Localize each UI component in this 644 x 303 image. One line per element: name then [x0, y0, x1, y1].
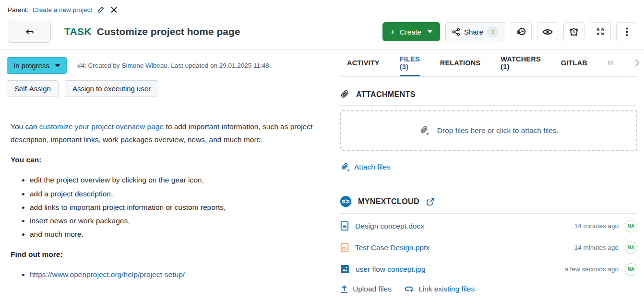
description-bullet: add a project description,: [30, 187, 316, 200]
plus-icon: +: [390, 27, 395, 36]
tab-bar: ACTIVITY FILES (3) RELATIONS WATCHERS (1…: [340, 49, 637, 77]
alarm-clock-icon: [569, 27, 579, 36]
description-bullet: and much more.: [30, 228, 316, 241]
file-link[interactable]: Test Case Design.pptx: [355, 243, 429, 252]
quick-actions-row: Self-Assign Assign to executing user: [7, 80, 316, 97]
description-bullet: insert news or work packages,: [30, 214, 316, 227]
description-section: You can customize your project overview …: [7, 120, 316, 281]
paperclip-plus-icon: [419, 125, 429, 136]
paperclip-icon: [340, 90, 349, 99]
tab-overflow-truncated[interactable]: M: [608, 49, 613, 76]
pptx-file-icon: [340, 242, 349, 253]
tabs-scroll-right-button[interactable]: [633, 49, 641, 76]
author-link[interactable]: Simone Wibeau: [121, 62, 167, 69]
file-timestamp: a few seconds ago: [564, 266, 619, 273]
assign-executing-user-button[interactable]: Assign to executing user: [65, 80, 158, 97]
description-bullet-list: edit the project overview by clicking on…: [11, 173, 316, 241]
section-divider: [340, 213, 637, 214]
attachments-heading-label: ATTACHMENTS: [356, 90, 416, 99]
attach-files-row: Attach files: [340, 162, 637, 174]
work-package-side-panel: ACTIVITY FILES (3) RELATIONS WATCHERS (1…: [328, 49, 644, 303]
meta-suffix: . Last updated on 29.01.2025 11:48.: [167, 62, 271, 69]
file-row: Test Case Design.pptx 14 minutes ago NA: [340, 237, 637, 258]
self-assign-button[interactable]: Self-Assign: [7, 80, 59, 97]
header-actions: + Create Share 1: [382, 22, 637, 41]
share-button-label: Share: [464, 28, 483, 36]
list-item: https://www.openproject.org/help/project…: [30, 268, 316, 281]
parent-breadcrumb: Parent: Create a new project: [8, 5, 119, 14]
storage-heading: MYNEXTCLOUD: [340, 196, 637, 207]
attach-files-label: Attach files: [354, 163, 391, 171]
tab-watchers[interactable]: WATCHERS (1): [501, 49, 541, 76]
file-row: user flow concept.jpg a few seconds ago …: [340, 258, 637, 280]
create-button[interactable]: + Create: [382, 22, 440, 41]
share-count-badge: 1: [487, 26, 499, 37]
storage-file-list: Design concept.docx 14 minutes ago NA Te…: [340, 215, 637, 280]
chevron-right-icon: [634, 59, 640, 67]
description-bullet: add links to important project informati…: [30, 201, 316, 214]
description-bullet: edit the project overview by clicking on…: [30, 173, 316, 186]
chevron-down-icon: [428, 30, 432, 33]
link-add-icon: [404, 285, 414, 293]
tab-gitlab[interactable]: GITLAB: [561, 49, 587, 76]
help-link[interactable]: https://www.openproject.org/help/project…: [30, 270, 185, 279]
link-existing-files-label: Link existing files: [418, 285, 475, 293]
external-link-icon[interactable]: [426, 197, 435, 206]
status-label: In progress: [13, 61, 49, 70]
meta-prefix: #4: Created by: [77, 62, 120, 69]
upload-files-label: Upload files: [353, 285, 392, 293]
image-file-icon: [340, 265, 349, 274]
parent-link[interactable]: Create a new project: [33, 6, 93, 13]
storage-heading-label: MYNEXTCLOUD: [358, 197, 419, 206]
edit-parent-pencil-icon[interactable]: [96, 5, 106, 14]
share-button[interactable]: Share 1: [445, 22, 505, 41]
description-paragraph: You can customize your project overview …: [11, 120, 316, 146]
file-link[interactable]: Design concept.docx: [355, 222, 424, 230]
docx-file-icon: [340, 221, 349, 231]
avatar: NA: [625, 242, 637, 254]
upload-files-link[interactable]: Upload files: [340, 285, 392, 293]
paperclip-plus-icon: [340, 162, 350, 172]
work-package-details-panel: In progress #4: Created by Simone Wibeau…: [0, 49, 327, 303]
more-menu-button[interactable]: [616, 22, 637, 41]
work-package-header: TASK Customize project home page + Creat…: [8, 20, 637, 43]
find-out-more-heading: Find out more:: [11, 248, 316, 261]
status-row: In progress #4: Created by Simone Wibeau…: [7, 57, 316, 74]
file-timestamp: 14 minutes ago: [574, 244, 619, 251]
back-button[interactable]: [8, 21, 51, 43]
title-group: TASK Customize project home page: [64, 26, 240, 37]
dropzone-text: Drop files here or click to attach files…: [437, 126, 559, 135]
watch-button[interactable]: [537, 22, 558, 41]
file-timestamp: 14 minutes ago: [574, 222, 619, 230]
work-package-type[interactable]: TASK: [64, 26, 92, 37]
page-title[interactable]: Customize project home page: [97, 26, 240, 37]
work-package-page: Parent: Create a new project: [0, 0, 644, 303]
storage-footer-actions: Upload files Link existing files: [340, 285, 637, 293]
fullscreen-button[interactable]: [590, 22, 611, 41]
baseline-history-button[interactable]: [511, 22, 532, 41]
avatar: NA: [625, 263, 637, 276]
nextcloud-logo-icon: [340, 196, 351, 207]
remove-parent-close-icon[interactable]: [109, 5, 119, 14]
tab-files[interactable]: FILES (3): [400, 49, 420, 76]
work-package-meta: #4: Created by Simone Wibeau. Last updat…: [77, 62, 271, 69]
project-overview-link[interactable]: customize your project overview page: [39, 122, 164, 131]
parent-label: Parent:: [8, 6, 29, 13]
reminder-button[interactable]: [563, 22, 584, 41]
attachments-section: ATTACHMENTS Drop files here or click to …: [340, 90, 637, 174]
avatar: NA: [625, 220, 637, 232]
status-dropdown[interactable]: In progress: [7, 57, 67, 74]
help-link-list: https://www.openproject.org/help/project…: [11, 268, 316, 281]
tab-relations[interactable]: RELATIONS: [440, 49, 481, 76]
attach-files-link[interactable]: Attach files: [340, 162, 391, 172]
attachments-heading: ATTACHMENTS: [340, 90, 637, 99]
link-existing-files-link[interactable]: Link existing files: [404, 285, 475, 293]
tab-activity[interactable]: ACTIVITY: [347, 49, 380, 76]
expand-fullscreen-icon: [596, 27, 605, 36]
chevron-down-icon: [55, 64, 60, 67]
file-row: Design concept.docx 14 minutes ago NA: [340, 215, 637, 237]
file-dropzone[interactable]: Drop files here or click to attach files…: [340, 110, 637, 151]
file-link[interactable]: user flow concept.jpg: [356, 265, 426, 274]
create-button-label: Create: [400, 28, 421, 36]
section-divider: [340, 105, 637, 106]
